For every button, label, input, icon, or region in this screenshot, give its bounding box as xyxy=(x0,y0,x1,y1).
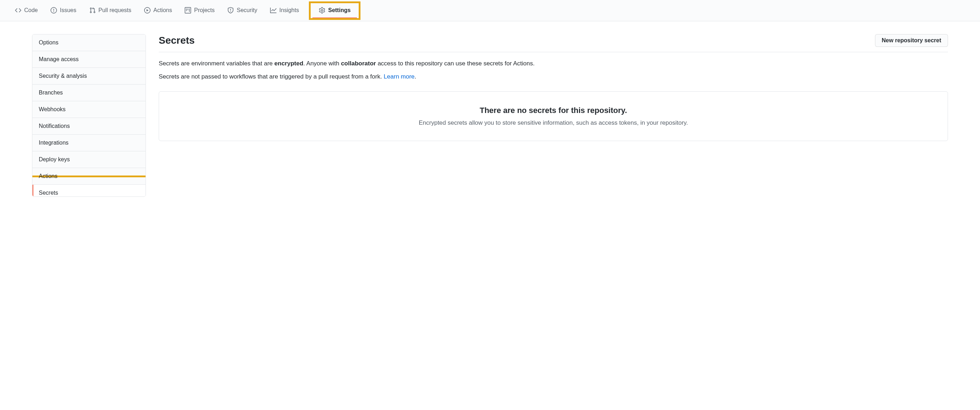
tab-label: Pull requests xyxy=(99,7,132,14)
project-icon xyxy=(185,7,191,14)
sidebar-item-label: Manage access xyxy=(39,56,79,62)
sidebar-item-manage-access[interactable]: Manage access xyxy=(32,51,146,68)
tab-label: Security xyxy=(237,7,257,14)
sidebar-item-label: Actions xyxy=(39,173,57,179)
empty-state-subtitle: Encrypted secrets allow you to store sen… xyxy=(166,119,940,127)
settings-sidebar: Options Manage access Security & analysi… xyxy=(32,34,146,197)
description-line-2: Secrets are not passed to workflows that… xyxy=(159,72,948,81)
sidebar-item-label: Branches xyxy=(39,90,63,96)
empty-state: There are no secrets for this repository… xyxy=(159,91,948,141)
tab-label: Projects xyxy=(194,7,215,14)
content-header: Secrets New repository secret xyxy=(159,34,948,52)
pull-request-icon xyxy=(89,7,96,14)
shield-icon xyxy=(228,7,234,14)
tab-projects[interactable]: Projects xyxy=(178,3,221,18)
sidebar-item-secrets[interactable]: Secrets xyxy=(32,185,146,197)
sidebar-item-notifications[interactable]: Notifications xyxy=(32,118,146,135)
sidebar-item-label: Integrations xyxy=(39,139,69,146)
sidebar-item-deploy-keys[interactable]: Deploy keys xyxy=(32,151,146,168)
sidebar-item-options[interactable]: Options xyxy=(32,35,146,51)
empty-state-title: There are no secrets for this repository… xyxy=(166,106,940,115)
sidebar-item-webhooks[interactable]: Webhooks xyxy=(32,101,146,118)
tab-insights[interactable]: Insights xyxy=(264,3,305,18)
page-title: Secrets xyxy=(159,35,195,46)
tab-pull-requests[interactable]: Pull requests xyxy=(83,3,138,18)
content-area: Secrets New repository secret Secrets ar… xyxy=(159,34,948,197)
tab-actions[interactable]: Actions xyxy=(138,3,178,18)
description-line-1: Secrets are environment variables that a… xyxy=(159,59,948,68)
settings-highlight: Settings xyxy=(309,2,361,20)
sidebar-item-security-analysis[interactable]: Security & analysis xyxy=(32,68,146,85)
sidebar-item-branches[interactable]: Branches xyxy=(32,85,146,101)
code-icon xyxy=(15,7,21,14)
gear-icon xyxy=(319,7,325,14)
sidebar-item-label: Secrets xyxy=(39,190,58,196)
repo-nav: Code Issues Pull requests Actions Projec… xyxy=(0,0,980,21)
description: Secrets are environment variables that a… xyxy=(159,59,948,81)
tab-label: Code xyxy=(24,7,38,14)
tab-label: Issues xyxy=(60,7,76,14)
tab-settings[interactable]: Settings xyxy=(312,3,357,18)
sidebar-item-label: Notifications xyxy=(39,123,70,129)
sidebar-item-integrations[interactable]: Integrations xyxy=(32,135,146,151)
sidebar-item-label: Deploy keys xyxy=(39,156,70,162)
new-repository-secret-button[interactable]: New repository secret xyxy=(875,34,948,47)
sidebar-item-label: Security & analysis xyxy=(39,73,87,79)
play-icon xyxy=(144,7,151,14)
sidebar-item-label: Options xyxy=(39,40,58,46)
issues-icon xyxy=(51,7,57,14)
tab-code[interactable]: Code xyxy=(8,3,44,18)
tab-label: Actions xyxy=(153,7,172,14)
tab-issues[interactable]: Issues xyxy=(44,3,83,18)
tab-security[interactable]: Security xyxy=(221,3,264,18)
tab-label: Insights xyxy=(279,7,299,14)
learn-more-link[interactable]: Learn more xyxy=(383,73,415,80)
tab-label: Settings xyxy=(328,7,350,14)
graph-icon xyxy=(270,7,277,14)
sidebar-item-label: Webhooks xyxy=(39,106,65,112)
